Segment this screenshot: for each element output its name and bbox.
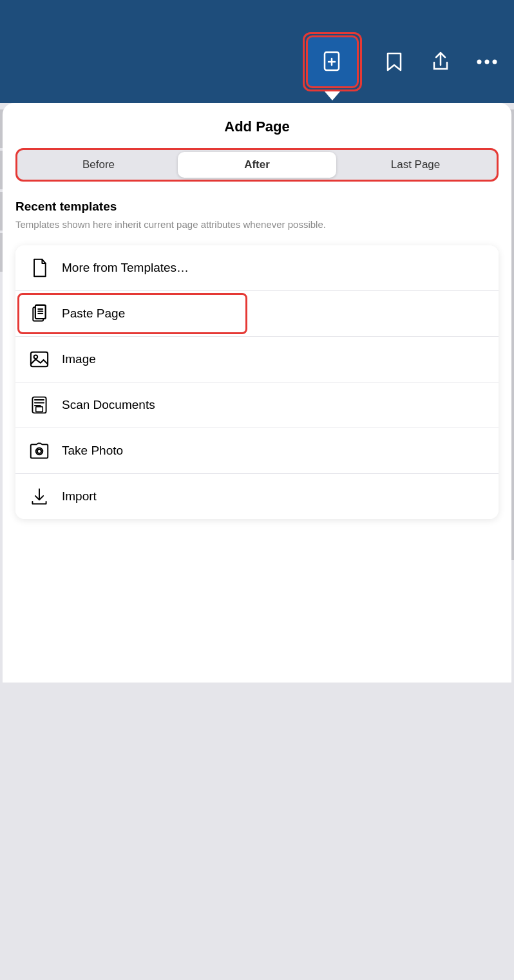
camera-icon (28, 440, 50, 462)
add-page-button-outer (303, 32, 362, 91)
import-label: Import (62, 489, 97, 504)
svg-rect-13 (31, 352, 48, 367)
bottom-area (0, 683, 514, 927)
image-label: Image (62, 352, 96, 366)
svg-point-14 (34, 355, 38, 359)
bookmark-button[interactable] (380, 48, 408, 76)
svg-point-4 (477, 60, 482, 64)
more-templates-item[interactable]: More from Templates… (15, 245, 499, 291)
paste-page-label: Paste Page (62, 306, 125, 321)
add-page-icon (320, 50, 345, 74)
svg-point-5 (485, 60, 490, 64)
segmented-control: Before After Last Page (15, 148, 499, 182)
take-photo-item[interactable]: Take Photo (15, 428, 499, 474)
scan-documents-item[interactable]: Scan Documents (15, 382, 499, 428)
segment-after[interactable]: After (178, 152, 336, 178)
more-icon (476, 59, 498, 65)
scan-documents-label: Scan Documents (62, 398, 155, 412)
share-button[interactable] (426, 48, 455, 76)
svg-rect-16 (36, 407, 43, 412)
svg-point-6 (493, 60, 497, 64)
document-icon (28, 257, 50, 279)
image-item[interactable]: Image (15, 337, 499, 382)
recent-templates-subtitle: Templates shown here inherit current pag… (15, 218, 499, 231)
popup-title: Add Page (15, 118, 499, 135)
caret-down-indicator (325, 91, 340, 100)
more-button[interactable] (473, 48, 501, 76)
toolbar-icons (303, 32, 501, 91)
toolbar (0, 0, 514, 103)
image-icon (28, 348, 50, 370)
import-item[interactable]: Import (15, 474, 499, 519)
segment-before[interactable]: Before (19, 152, 178, 178)
paste-icon (28, 303, 50, 325)
add-page-button-wrapper (303, 32, 362, 91)
share-icon (431, 51, 450, 73)
paste-page-item[interactable]: Paste Page (15, 291, 499, 337)
svg-point-18 (37, 449, 41, 453)
import-icon (28, 485, 50, 507)
take-photo-label: Take Photo (62, 444, 123, 458)
add-page-button[interactable] (306, 35, 359, 88)
recent-templates-title: Recent templates (15, 200, 499, 214)
bookmark-icon (385, 51, 403, 73)
popup-panel: Add Page Before After Last Page Recent t… (3, 103, 511, 683)
segment-last-page[interactable]: Last Page (336, 152, 495, 178)
scan-icon (28, 394, 50, 416)
menu-list: More from Templates… Paste Page (15, 245, 499, 519)
more-templates-label: More from Templates… (62, 261, 189, 275)
paste-page-highlight (17, 293, 247, 334)
